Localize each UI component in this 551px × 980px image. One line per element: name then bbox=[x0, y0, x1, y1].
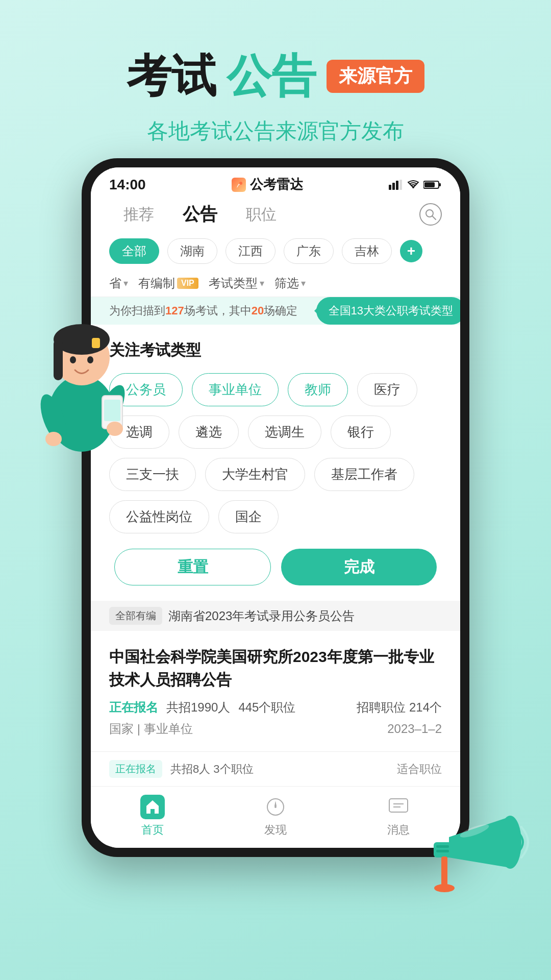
region-tab-jilin[interactable]: 吉林 bbox=[342, 238, 392, 264]
official-badge: 来源官方 bbox=[327, 60, 424, 93]
region-tab-guangdong[interactable]: 广东 bbox=[284, 238, 334, 264]
svg-rect-20 bbox=[439, 183, 441, 186]
header-subtitle: 各地考试公告来源官方发布 bbox=[0, 117, 551, 145]
region-tab-hunan[interactable]: 湖南 bbox=[167, 238, 217, 264]
peek-right: 适合职位 bbox=[397, 762, 442, 777]
region-tab-jiangxi[interactable]: 江西 bbox=[226, 238, 276, 264]
svg-point-18 bbox=[412, 186, 414, 188]
svg-rect-34 bbox=[441, 856, 447, 887]
scan-info-bar: 为你扫描到127场考试，其中20场确定 全国13大类公职考试类型 bbox=[91, 297, 460, 325]
nav-label-message: 消息 bbox=[387, 822, 410, 838]
done-button[interactable]: 完成 bbox=[281, 549, 437, 585]
nav-item-home[interactable]: 首页 bbox=[140, 795, 165, 838]
peek-status: 正在报名 bbox=[109, 760, 162, 778]
tag-shiye[interactable]: 事业单位 bbox=[192, 373, 279, 406]
peek-meta: 共招8人 3个职位 bbox=[170, 762, 254, 777]
filter-row: 省 ▾ 有编制 VIP 考试类型 ▾ 筛选 ▾ bbox=[91, 270, 460, 297]
tag-xuandiaosheng[interactable]: 选调生 bbox=[248, 415, 321, 449]
filter-screen[interactable]: 筛选 ▾ bbox=[274, 275, 306, 291]
news-category: 国家 | 事业单位 bbox=[109, 721, 193, 737]
svg-point-12 bbox=[107, 422, 123, 436]
panel-title: 关注考试类型 bbox=[109, 340, 442, 361]
tag-teacher[interactable]: 教师 bbox=[288, 373, 348, 406]
tag-jiceng[interactable]: 基层工作者 bbox=[314, 458, 414, 491]
phone-frame: 14:00 公考雷达 推荐 公告 职位 bbox=[82, 158, 469, 857]
tag-daxuesheng[interactable]: 大学生村官 bbox=[205, 458, 305, 491]
status-badge: 正在报名 bbox=[109, 699, 158, 716]
filter-bianzhi[interactable]: 有编制 VIP bbox=[138, 275, 198, 291]
news-title: 中国社会科学院美国研究所2023年度第一批专业技术人员招聘公告 bbox=[109, 645, 442, 691]
discover-icon bbox=[263, 795, 288, 819]
tag-gongyixing[interactable]: 公益性岗位 bbox=[109, 500, 209, 533]
region-tabs: 全部 湖南 江西 广东 吉林 + bbox=[91, 234, 460, 270]
tooltip-bubble: 全国13大类公职考试类型 bbox=[316, 297, 460, 325]
svg-point-5 bbox=[70, 356, 76, 363]
title-black: 考试 bbox=[127, 46, 216, 107]
svg-rect-21 bbox=[424, 182, 435, 187]
tag-lunxuan[interactable]: 遴选 bbox=[179, 415, 239, 449]
tab-announcement[interactable]: 公告 bbox=[168, 203, 232, 226]
svg-point-30 bbox=[499, 816, 521, 869]
title-green: 公告 bbox=[227, 46, 316, 107]
filter-exam-type[interactable]: 考试类型 ▾ bbox=[209, 275, 264, 291]
tag-medical[interactable]: 医疗 bbox=[357, 373, 417, 406]
tab-recommend[interactable]: 推荐 bbox=[109, 204, 168, 225]
svg-rect-3 bbox=[54, 339, 63, 380]
nav-tabs: 推荐 公告 职位 bbox=[91, 198, 460, 234]
app-name: 公考雷达 bbox=[232, 176, 303, 193]
character-illustration bbox=[26, 301, 138, 464]
nav-label-home: 首页 bbox=[141, 822, 164, 838]
svg-point-6 bbox=[87, 356, 93, 363]
panel-buttons: 重置 完成 bbox=[109, 549, 442, 585]
tab-position[interactable]: 职位 bbox=[232, 204, 291, 225]
recruit-count: 共招1990人 bbox=[166, 699, 230, 716]
nav-label-discover: 发现 bbox=[264, 822, 287, 838]
svg-rect-14 bbox=[389, 185, 391, 190]
ann-text: 湖南省2023年考试录用公务员公告 bbox=[168, 608, 355, 624]
svg-rect-10 bbox=[104, 400, 120, 421]
svg-point-11 bbox=[45, 432, 62, 446]
svg-point-13 bbox=[239, 182, 242, 185]
svg-rect-16 bbox=[396, 181, 398, 190]
megaphone-illustration bbox=[418, 806, 531, 909]
tag-grid: 公务员 事业单位 教师 医疗 选调 遴选 选调生 银行 三支一扶 大学生村官 基… bbox=[109, 373, 442, 533]
svg-rect-33 bbox=[436, 850, 449, 852]
tag-guoqi[interactable]: 国企 bbox=[218, 500, 279, 533]
reset-button[interactable]: 重置 bbox=[114, 549, 271, 585]
svg-rect-4 bbox=[92, 338, 100, 348]
svg-rect-32 bbox=[436, 845, 449, 848]
positions-count: 445个职位 bbox=[238, 699, 295, 716]
nav-item-discover[interactable]: 发现 bbox=[263, 795, 288, 838]
home-icon bbox=[140, 795, 165, 819]
news-card-peek[interactable]: 正在报名 共招8人 3个职位 适合职位 bbox=[91, 751, 460, 786]
region-add-button[interactable]: + bbox=[400, 240, 422, 262]
nav-item-message[interactable]: 消息 bbox=[386, 795, 411, 838]
filter-province[interactable]: 省 ▾ bbox=[109, 275, 128, 291]
announcement-bar[interactable]: 全部有编 湖南省2023年考试录用公务员公告 bbox=[91, 601, 460, 631]
svg-line-23 bbox=[432, 216, 436, 219]
message-icon bbox=[386, 795, 411, 819]
status-bar: 14:00 公考雷达 bbox=[91, 167, 460, 198]
svg-rect-15 bbox=[392, 183, 395, 190]
svg-rect-17 bbox=[399, 180, 402, 190]
svg-rect-26 bbox=[389, 799, 408, 812]
status-icons bbox=[389, 180, 442, 190]
search-button[interactable] bbox=[419, 203, 442, 226]
news-date: 2023–1–2 bbox=[387, 722, 442, 736]
status-time: 14:00 bbox=[109, 177, 146, 193]
ann-badge: 全部有编 bbox=[109, 607, 162, 625]
bottom-nav: 首页 发现 消息 bbox=[91, 786, 460, 848]
exam-type-panel: 关注考试类型 公务员 事业单位 教师 医疗 选调 遴选 选调生 银行 三支一扶 … bbox=[91, 325, 460, 601]
svg-point-25 bbox=[274, 806, 277, 808]
news-card[interactable]: 中国社会科学院美国研究所2023年度第一批专业技术人员招聘公告 正在报名 共招1… bbox=[91, 631, 460, 751]
region-tab-all[interactable]: 全部 bbox=[109, 238, 159, 264]
svg-point-35 bbox=[434, 884, 455, 892]
right-text: 招聘职位 214个 bbox=[357, 699, 442, 716]
tag-bank[interactable]: 银行 bbox=[331, 415, 391, 449]
